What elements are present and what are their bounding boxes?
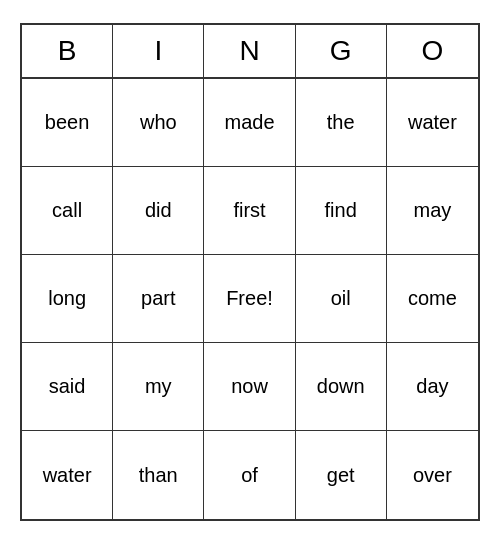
bingo-cell-r1-c3[interactable]: find [296,167,387,255]
bingo-card: BINGO beenwhomadethewatercalldidfirstfin… [20,23,480,521]
bingo-cell-r3-c3[interactable]: down [296,343,387,431]
bingo-cell-r3-c4[interactable]: day [387,343,478,431]
bingo-cell-r0-c0[interactable]: been [22,79,113,167]
bingo-grid: beenwhomadethewatercalldidfirstfindmaylo… [22,79,478,519]
bingo-cell-r0-c4[interactable]: water [387,79,478,167]
bingo-cell-r1-c1[interactable]: did [113,167,204,255]
header-letter-n: N [204,25,295,77]
bingo-cell-r1-c4[interactable]: may [387,167,478,255]
header-letter-g: G [296,25,387,77]
bingo-cell-r1-c2[interactable]: first [204,167,295,255]
bingo-cell-r3-c1[interactable]: my [113,343,204,431]
bingo-cell-r3-c0[interactable]: said [22,343,113,431]
bingo-cell-r3-c2[interactable]: now [204,343,295,431]
header-letter-i: I [113,25,204,77]
header-letter-b: B [22,25,113,77]
bingo-header: BINGO [22,25,478,79]
bingo-cell-r4-c3[interactable]: get [296,431,387,519]
bingo-cell-r0-c2[interactable]: made [204,79,295,167]
bingo-cell-r4-c2[interactable]: of [204,431,295,519]
bingo-cell-r0-c3[interactable]: the [296,79,387,167]
bingo-cell-r4-c0[interactable]: water [22,431,113,519]
bingo-cell-r2-c2[interactable]: Free! [204,255,295,343]
bingo-cell-r4-c4[interactable]: over [387,431,478,519]
bingo-cell-r2-c1[interactable]: part [113,255,204,343]
bingo-cell-r2-c0[interactable]: long [22,255,113,343]
bingo-cell-r4-c1[interactable]: than [113,431,204,519]
bingo-cell-r0-c1[interactable]: who [113,79,204,167]
header-letter-o: O [387,25,478,77]
bingo-cell-r2-c4[interactable]: come [387,255,478,343]
bingo-cell-r1-c0[interactable]: call [22,167,113,255]
bingo-cell-r2-c3[interactable]: oil [296,255,387,343]
